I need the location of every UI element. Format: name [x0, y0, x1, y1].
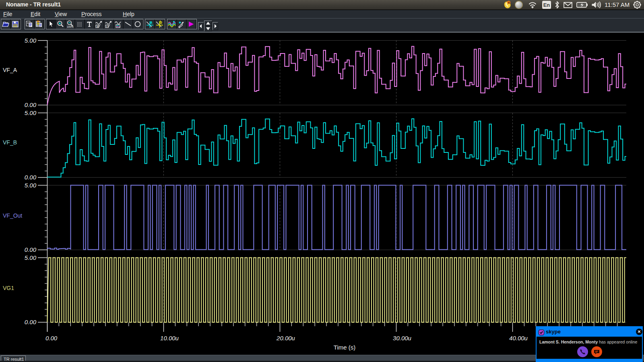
svg-text:100%: 100%	[67, 25, 74, 28]
svg-text:4: 4	[508, 1, 510, 4]
svg-text:20.00u: 20.00u	[276, 335, 295, 341]
svg-text:0.00: 0.00	[25, 319, 37, 325]
svg-text:T: T	[97, 25, 99, 28]
svg-text:5.00: 5.00	[25, 182, 37, 189]
svg-text:0.00: 0.00	[25, 246, 37, 253]
svg-text:0.00: 0.00	[25, 174, 37, 181]
svg-text:VG1: VG1	[3, 285, 14, 291]
svg-text:5.00: 5.00	[25, 109, 37, 116]
svg-text:VF_A: VF_A	[3, 67, 17, 73]
svg-text:Time (s): Time (s)	[334, 344, 355, 351]
svg-text:5.00: 5.00	[25, 37, 37, 44]
svg-text:0.00: 0.00	[45, 335, 58, 341]
svg-text:5.00: 5.00	[25, 254, 37, 261]
svg-text:30.00u: 30.00u	[393, 335, 412, 341]
svg-text:b: b	[159, 20, 162, 25]
svg-text:VF_Out: VF_Out	[3, 212, 22, 219]
svg-text:x: x	[119, 25, 120, 28]
svg-text:0.00: 0.00	[25, 101, 37, 108]
svg-text:a: a	[150, 20, 153, 25]
svg-text:?: ?	[106, 25, 108, 28]
svg-text:En: En	[543, 2, 550, 8]
svg-text:40.00u: 40.00u	[509, 335, 528, 341]
svg-text:10.00u: 10.00u	[160, 335, 179, 341]
svg-text:VF_B: VF_B	[3, 139, 17, 146]
